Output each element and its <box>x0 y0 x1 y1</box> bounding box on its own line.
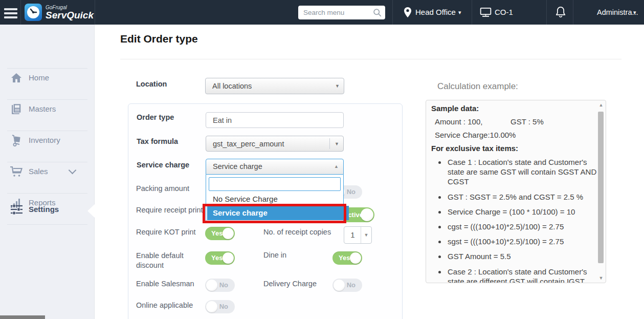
sidebar-item-inventory[interactable]: Inventory <box>0 124 95 156</box>
horizontal-scrollbar-thumb[interactable] <box>0 315 45 319</box>
clock-icon <box>27 6 40 19</box>
search-icon[interactable] <box>373 8 382 17</box>
topbar: GoFrugal ServQuick Head Office ▾ CO-1 <box>0 0 644 25</box>
calc-bullet: GST Amount = 5.5 <box>447 251 600 261</box>
toggle-label: No <box>219 300 228 313</box>
divider <box>329 138 330 149</box>
online-applicable-toggle[interactable]: No <box>205 300 235 313</box>
search-input[interactable] <box>298 6 375 19</box>
calculation-example-box: Sample data: Amount : 100, GST : 5% Serv… <box>426 100 606 283</box>
hamburger-menu-icon[interactable] <box>4 6 17 20</box>
home-icon <box>10 72 23 83</box>
terminal-selector[interactable]: CO-1 <box>479 0 540 25</box>
enable-default-discount-label: Enable default discount <box>136 251 196 270</box>
order-type-input[interactable] <box>206 112 344 128</box>
chevron-down-icon: ▾ <box>458 0 461 25</box>
scrollbar-thumb[interactable] <box>598 112 604 263</box>
exclusive-tax-header: For exclusive tax items: <box>431 144 600 153</box>
sidebar-item-label: Inventory <box>29 136 60 144</box>
tax-formula-value: gst_tax_perc_amount <box>213 136 284 152</box>
divider <box>7 68 87 69</box>
divider <box>546 0 547 25</box>
brand-logo[interactable]: GoFrugal ServQuick <box>21 0 95 25</box>
divider <box>95 0 95 25</box>
toggle-knob <box>350 252 361 264</box>
store-selector[interactable]: Head Office ▾ <box>400 0 471 25</box>
delivery-charge-label: Delivery Charge <box>263 280 317 288</box>
receipt-copies-select[interactable]: 1 ▼ <box>344 226 372 244</box>
sample-data-header: Sample data: <box>431 104 600 113</box>
tax-formula-label: Tax formula <box>137 137 178 145</box>
chevron-down-icon: ▼ <box>335 78 340 94</box>
toggle-label: Yes <box>211 227 223 240</box>
calc-bullet: Case 2 : Location's state and Customer's… <box>447 267 600 284</box>
sidebar-item-label: Home <box>29 73 49 82</box>
dine-in-toggle[interactable]: Yes <box>332 251 362 265</box>
packing-amount-label: Packing amount <box>136 184 189 193</box>
divider <box>392 0 393 25</box>
dropdown-search-input[interactable] <box>209 177 341 191</box>
receipt-copies-value: 1 <box>344 227 361 243</box>
toggle-label: No <box>347 185 356 199</box>
sidebar-item-settings[interactable]: Settings <box>0 194 95 225</box>
topbar-search <box>298 6 385 19</box>
toggle-knob <box>206 301 217 312</box>
scroll-down-icon[interactable]: ▼ <box>597 275 605 281</box>
sample-service-charge: Service Charge:10.00% <box>435 131 600 139</box>
location-select-value: All locations <box>212 78 252 94</box>
calc-bullet: Case 1 : Location's state and Customer's… <box>447 157 600 187</box>
order-type-label: Order type <box>137 113 174 121</box>
calc-bullet: sgst = (((100+10)*2.5)/100) = 2.75 <box>447 237 600 246</box>
toggle-label: Yes <box>211 251 223 265</box>
enable-salesman-toggle[interactable]: No <box>205 279 235 292</box>
masters-icon <box>10 103 23 115</box>
divider <box>7 224 87 225</box>
divider <box>7 99 87 100</box>
notifications-button[interactable] <box>552 0 573 25</box>
require-kot-toggle[interactable]: Yes <box>205 227 235 240</box>
enable-default-discount-toggle[interactable]: Yes <box>205 251 235 265</box>
sales-icon <box>10 165 23 178</box>
divider <box>120 59 621 59</box>
delivery-charge-toggle[interactable]: No <box>332 279 362 292</box>
location-label: Location <box>136 80 167 88</box>
chevron-down-icon <box>68 166 76 175</box>
tax-formula-select[interactable]: gst_tax_perc_amount ▼ <box>206 136 344 152</box>
calc-bullet: GST : SGST = 2.5% and CGST = 2.5 % <box>447 192 600 202</box>
calc-bullet: Service Charge = (100 * 10/100) = 10 <box>447 207 600 217</box>
calc-bullet: cgst = (((100+10)*2.5)/100) = 2.75 <box>447 222 600 231</box>
dine-in-label: Dine in <box>263 251 286 259</box>
service-charge-label: Service charge <box>137 161 189 169</box>
username: Administra... <box>597 0 638 25</box>
sidebar-item-masters[interactable]: Masters <box>0 93 95 124</box>
location-select[interactable]: All locations ▼ <box>205 78 344 94</box>
brand-small-text: GoFrugal <box>46 5 94 10</box>
toggle-knob <box>223 228 234 239</box>
toggle-label: No <box>347 279 356 292</box>
settings-icon <box>10 204 23 215</box>
service-charge-select[interactable]: Service charge ▲ <box>206 159 344 175</box>
sidebar-item-sales[interactable]: Sales <box>0 156 95 187</box>
toggle-label: Yes <box>339 251 350 265</box>
toggle-knob <box>206 280 217 291</box>
vertical-scrollbar[interactable]: ▲ ▼ <box>597 101 605 282</box>
sample-gst: GST : 5% <box>510 117 544 126</box>
location-pin-icon <box>404 7 412 18</box>
receipt-copies-label: No. of receipt copies <box>263 228 331 236</box>
chevron-down-icon: ▼ <box>361 227 371 243</box>
user-menu[interactable]: Administra... ▾ <box>574 0 644 25</box>
divider <box>7 131 87 131</box>
chevron-down-icon: ▼ <box>335 136 339 152</box>
scroll-up-icon[interactable]: ▲ <box>597 102 605 108</box>
active-item-notch <box>87 204 95 218</box>
divider <box>7 162 87 162</box>
toggle-knob <box>334 280 345 291</box>
require-receipt-print-label: Require receipt print <box>136 206 203 214</box>
bell-icon <box>554 6 567 19</box>
divider <box>573 0 573 25</box>
divider <box>472 0 472 25</box>
terminal-name: CO-1 <box>495 0 513 25</box>
sidebar-item-home[interactable]: Home <box>0 62 95 93</box>
enable-salesman-label: Enable Salesman <box>136 280 194 288</box>
servquick-app-icon <box>25 4 42 21</box>
